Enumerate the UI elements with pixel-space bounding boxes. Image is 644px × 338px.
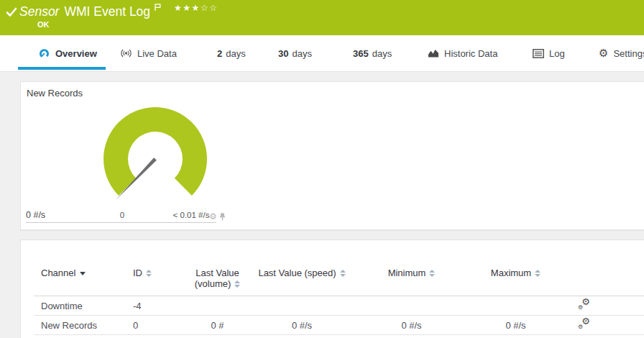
tab-number: 365 [353, 48, 369, 59]
tab-label: Overview [55, 48, 97, 59]
table-row[interactable]: New Records 0 0 # 0 #/s 0 #/s 0 #/s ⚙⚙ [34, 316, 644, 335]
cell-last-value-volume: 0 # [183, 316, 252, 335]
cell-last-value-speed: 0 #/s [252, 316, 352, 335]
column-label: Last Value (volume) [195, 268, 239, 289]
column-header-actions [561, 268, 644, 296]
gauge-chart [104, 107, 207, 211]
gauge-icon [38, 47, 50, 60]
priority-stars[interactable]: ★★★☆☆ [174, 3, 218, 13]
column-label: ID [127, 268, 142, 278]
tab-number: 30 [278, 48, 288, 59]
status-ok-check-icon [6, 6, 17, 21]
tab-historic-data[interactable]: Historic Data [428, 35, 497, 71]
tab-number: 2 [217, 48, 222, 59]
tab-bar: Overview Live Data 2 days 30 days 365 da… [0, 35, 644, 72]
column-label: Minimum [388, 268, 426, 278]
cell-maximum [471, 296, 561, 316]
tab-label: days [372, 48, 392, 59]
priority-flag-icon[interactable] [154, 1, 162, 14]
log-list-icon [533, 49, 544, 58]
tab-365-days[interactable]: 365 days [353, 35, 392, 71]
gear-icon: ⚙ [599, 48, 608, 59]
tab-label: Historic Data [444, 48, 497, 59]
tab-label: days [226, 48, 245, 59]
column-header-minimum[interactable]: Minimum [352, 268, 471, 296]
tab-label: days [292, 48, 311, 59]
tab-label: Live Data [137, 48, 177, 59]
edit-channel-icon[interactable]: ⚙⚙ [578, 300, 590, 310]
tab-overview[interactable]: Overview [38, 35, 97, 71]
channel-table: Channel ID Last Value (volume) Last Valu… [34, 268, 644, 335]
sort-icon [535, 270, 540, 277]
widget-settings-gear-icon[interactable]: ⚙ [209, 212, 217, 221]
column-label: Channel [34, 268, 75, 278]
stars-filled[interactable]: ★★★ [174, 3, 201, 13]
gauge-scale-min: 0 [111, 211, 133, 219]
cell-channel: New Records [34, 316, 127, 335]
overview-gauge-panel: New Records 0 #/s 0 < 0.01 #/s ⚙ [20, 81, 644, 230]
channel-table-panel: Channel ID Last Value (volume) Last Valu… [20, 239, 644, 338]
table-header-row: Channel ID Last Value (volume) Last Valu… [34, 268, 644, 296]
page-title: WMI Event Log [64, 4, 150, 19]
tab-label: Settings [613, 48, 644, 59]
sort-icon [146, 270, 152, 277]
area-chart-icon [428, 48, 439, 58]
tab-30-days[interactable]: 30 days [278, 35, 312, 71]
cell-id: 0 [127, 316, 183, 335]
column-header-last-value-volume[interactable]: Last Value (volume) [183, 268, 252, 296]
gauge-widget-tools: ⚙ [209, 212, 226, 221]
tab-label: Log [549, 48, 565, 59]
gauge-current-value: 0 #/s [26, 210, 45, 220]
live-data-icon [120, 47, 132, 59]
column-header-last-value-speed[interactable]: Last Value (speed) [252, 268, 352, 296]
tab-log[interactable]: Log [533, 35, 565, 71]
table-row[interactable]: Downtime -4 ⚙⚙ [34, 296, 644, 316]
sort-icon [234, 280, 240, 288]
gauge-widget-divider [26, 222, 216, 223]
column-header-channel[interactable]: Channel [34, 268, 127, 296]
tab-2-days[interactable]: 2 days [217, 35, 246, 71]
column-label: Maximum [491, 268, 531, 278]
column-label: Last Value (speed) [258, 268, 336, 278]
cell-last-value-volume [183, 296, 252, 316]
sort-icon [429, 270, 435, 277]
cell-channel: Downtime [34, 296, 127, 316]
column-header-maximum[interactable]: Maximum [471, 268, 561, 296]
cell-last-value-speed [252, 296, 352, 316]
sort-desc-icon [80, 272, 86, 275]
tab-live-data[interactable]: Live Data [120, 35, 177, 71]
tab-settings[interactable]: ⚙ Settings [599, 35, 644, 71]
sort-icon [340, 270, 346, 277]
active-tab-underline [18, 67, 106, 70]
widget-pin-icon[interactable] [219, 213, 226, 221]
gauge-title: New Records [27, 88, 83, 99]
status-badge: OK [37, 20, 50, 29]
column-header-id[interactable]: ID [127, 268, 183, 296]
stars-empty[interactable]: ☆☆ [201, 3, 218, 13]
cell-minimum [352, 296, 471, 316]
cell-minimum: 0 #/s [352, 316, 471, 335]
edit-channel-icon[interactable]: ⚙⚙ [578, 319, 590, 329]
sensor-header: Sensor WMI Event Log ★★★☆☆ OK [0, 0, 644, 35]
gauge-ring [104, 107, 207, 196]
cell-id: -4 [127, 296, 183, 316]
cell-maximum: 0 #/s [471, 316, 561, 335]
object-kind-label: Sensor [19, 4, 59, 19]
